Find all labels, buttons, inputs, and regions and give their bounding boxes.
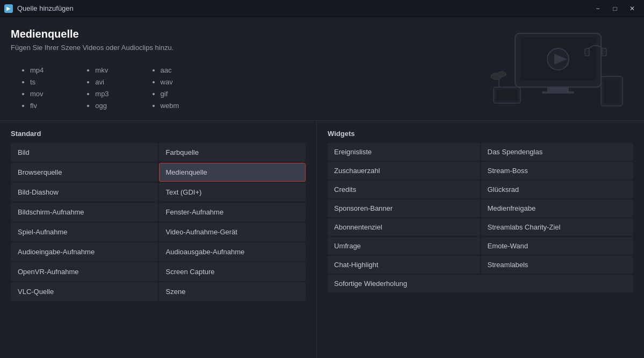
widget-chat-highlight[interactable]: Chat-Highlight xyxy=(328,256,480,274)
widgets-section: Widgets Ereignisliste Das Spendenglas Zu… xyxy=(317,121,644,358)
format-mp3: mp3 xyxy=(95,88,108,100)
svg-point-12 xyxy=(497,71,506,77)
illustration xyxy=(483,23,633,109)
source-szene[interactable]: Szene xyxy=(159,282,306,301)
format-mp4: mp4 xyxy=(30,65,44,76)
widget-abonnentenziel[interactable]: Abonnentenziel xyxy=(328,218,480,236)
svg-rect-7 xyxy=(496,90,518,101)
titlebar: ▶ Quelle hinzufügen − □ ✕ xyxy=(0,0,644,17)
format-flv: flv xyxy=(30,100,44,112)
widget-grid: Ereignisliste Das Spendenglas Zuschauerz… xyxy=(328,143,644,292)
widget-emote-wand[interactable]: Emote-Wand xyxy=(481,237,634,255)
svg-rect-14 xyxy=(602,48,606,56)
source-audioeingabe[interactable]: Audioeingabe-Aufnahme xyxy=(11,242,158,261)
format-gif: gif xyxy=(161,88,179,100)
standard-section: Standard Bild Farbquelle Browserquelle M… xyxy=(0,121,317,358)
format-avi: avi xyxy=(95,76,108,88)
format-col-3: aac wav gif webm xyxy=(152,65,179,112)
widget-streamlabels[interactable]: Streamlabels xyxy=(481,256,634,274)
widget-umfrage[interactable]: Umfrage xyxy=(328,237,480,255)
widget-sponsoren-banner[interactable]: Sponsoren-Banner xyxy=(328,199,480,217)
titlebar-left: ▶ Quelle hinzufügen xyxy=(4,4,74,13)
app-icon: ▶ xyxy=(4,4,13,13)
source-browserquelle[interactable]: Browserquelle xyxy=(11,163,158,182)
widget-ereignisliste[interactable]: Ereignisliste xyxy=(328,143,480,161)
source-audioausgabe[interactable]: Audioausgabe-Aufnahme xyxy=(159,242,306,261)
format-col-1: mp4 ts mov flv xyxy=(21,65,44,112)
format-webm: webm xyxy=(161,100,179,112)
maximize-button[interactable]: □ xyxy=(607,3,623,15)
source-grid: Bild Farbquelle Browserquelle Medienquel… xyxy=(11,143,316,301)
svg-rect-5 xyxy=(542,91,574,94)
header: Medienquelle Fügen Sie Ihrer Szene Video… xyxy=(0,17,644,57)
standard-heading: Standard xyxy=(11,130,316,138)
widget-sofortige-wiederholung[interactable]: Sofortige Wiederholung xyxy=(328,275,633,292)
svg-rect-4 xyxy=(547,87,569,91)
source-bild-diashow[interactable]: Bild-Diashow xyxy=(11,183,158,202)
columns: Standard Bild Farbquelle Browserquelle M… xyxy=(0,121,644,358)
source-video-aufnahme[interactable]: Video-Aufnahme-Gerät xyxy=(159,223,306,241)
svg-rect-13 xyxy=(585,48,589,56)
widgets-heading: Widgets xyxy=(328,130,644,138)
source-medienquelle[interactable]: Medienquelle xyxy=(159,163,306,182)
widget-glucksrad[interactable]: Glücksrad xyxy=(481,181,634,198)
titlebar-controls: − □ ✕ xyxy=(590,3,640,15)
format-col-2: mkv avi mp3 ogg xyxy=(86,65,108,112)
format-ts: ts xyxy=(30,76,44,88)
widget-medienfreigabe[interactable]: Medienfreigabe xyxy=(481,199,634,217)
source-spiel-aufnahme[interactable]: Spiel-Aufnahme xyxy=(11,223,158,241)
widget-streamlabs-charity[interactable]: Streamlabs Charity-Ziel xyxy=(481,218,634,236)
minimize-button[interactable]: − xyxy=(590,3,605,15)
source-bild[interactable]: Bild xyxy=(11,143,158,162)
format-mov: mov xyxy=(30,88,44,100)
close-button[interactable]: ✕ xyxy=(625,3,640,15)
source-bildschirm-aufnahme[interactable]: Bildschirm-Aufnahme xyxy=(11,203,158,221)
source-text-gdi[interactable]: Text (GDI+) xyxy=(159,183,306,202)
widget-spendenglas[interactable]: Das Spendenglas xyxy=(481,143,634,161)
svg-rect-9 xyxy=(604,79,620,103)
source-openvr[interactable]: OpenVR-Aufnahme xyxy=(11,262,158,281)
widget-credits[interactable]: Credits xyxy=(328,181,480,198)
widget-stream-boss[interactable]: Stream-Boss xyxy=(481,162,634,180)
format-aac: aac xyxy=(161,65,179,76)
source-fenster-aufnahme[interactable]: Fenster-Aufnahme xyxy=(159,203,306,221)
widget-zuschauerzahl[interactable]: Zuschauerzahl xyxy=(328,162,480,180)
window-title: Quelle hinzufügen xyxy=(17,4,74,12)
format-mkv: mkv xyxy=(95,65,108,76)
format-wav: wav xyxy=(161,76,179,88)
main-content: Medienquelle Fügen Sie Ihrer Szene Video… xyxy=(0,17,644,358)
source-vlc[interactable]: VLC-Quelle xyxy=(11,282,158,301)
source-screen-capture[interactable]: Screen Capture xyxy=(159,262,306,281)
source-farbquelle[interactable]: Farbquelle xyxy=(159,143,306,162)
format-ogg: ogg xyxy=(95,100,108,112)
